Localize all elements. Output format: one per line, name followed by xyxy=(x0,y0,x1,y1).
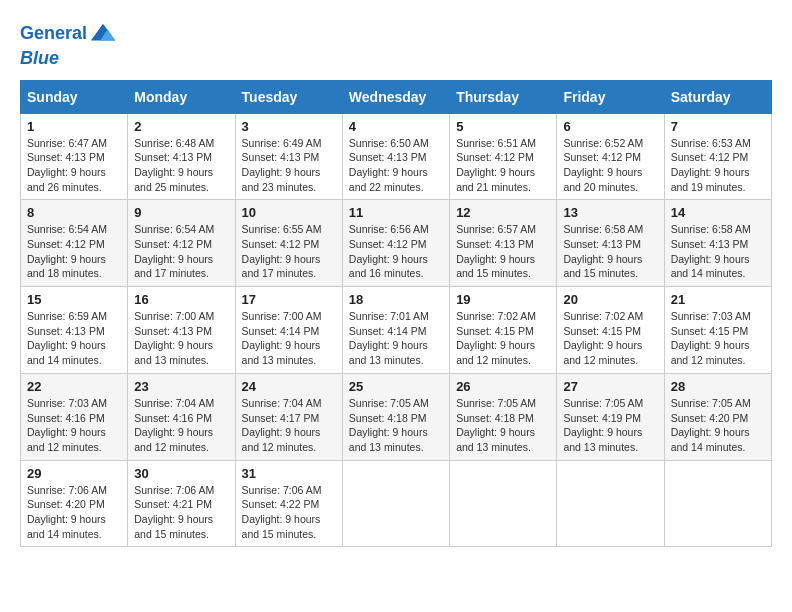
day-info: Sunrise: 7:00 AMSunset: 4:14 PMDaylight:… xyxy=(242,309,336,368)
day-number: 25 xyxy=(349,379,443,394)
day-cell-20: 20Sunrise: 7:02 AMSunset: 4:15 PMDayligh… xyxy=(557,287,664,374)
day-info: Sunrise: 7:06 AMSunset: 4:21 PMDaylight:… xyxy=(134,483,228,542)
day-number: 27 xyxy=(563,379,657,394)
day-info: Sunrise: 7:06 AMSunset: 4:20 PMDaylight:… xyxy=(27,483,121,542)
day-info: Sunrise: 6:49 AMSunset: 4:13 PMDaylight:… xyxy=(242,136,336,195)
day-cell-13: 13Sunrise: 6:58 AMSunset: 4:13 PMDayligh… xyxy=(557,200,664,287)
day-number: 21 xyxy=(671,292,765,307)
day-number: 22 xyxy=(27,379,121,394)
weekday-header-friday: Friday xyxy=(557,80,664,113)
day-info: Sunrise: 6:48 AMSunset: 4:13 PMDaylight:… xyxy=(134,136,228,195)
day-info: Sunrise: 7:04 AMSunset: 4:17 PMDaylight:… xyxy=(242,396,336,455)
day-cell-23: 23Sunrise: 7:04 AMSunset: 4:16 PMDayligh… xyxy=(128,373,235,460)
day-cell-21: 21Sunrise: 7:03 AMSunset: 4:15 PMDayligh… xyxy=(664,287,771,374)
day-info: Sunrise: 7:03 AMSunset: 4:16 PMDaylight:… xyxy=(27,396,121,455)
day-info: Sunrise: 7:03 AMSunset: 4:15 PMDaylight:… xyxy=(671,309,765,368)
day-number: 13 xyxy=(563,205,657,220)
day-cell-9: 9Sunrise: 6:54 AMSunset: 4:12 PMDaylight… xyxy=(128,200,235,287)
day-number: 18 xyxy=(349,292,443,307)
day-number: 8 xyxy=(27,205,121,220)
empty-cell xyxy=(557,460,664,547)
day-cell-8: 8Sunrise: 6:54 AMSunset: 4:12 PMDaylight… xyxy=(21,200,128,287)
day-info: Sunrise: 7:05 AMSunset: 4:18 PMDaylight:… xyxy=(349,396,443,455)
day-cell-22: 22Sunrise: 7:03 AMSunset: 4:16 PMDayligh… xyxy=(21,373,128,460)
day-number: 3 xyxy=(242,119,336,134)
day-cell-3: 3Sunrise: 6:49 AMSunset: 4:13 PMDaylight… xyxy=(235,113,342,200)
day-number: 2 xyxy=(134,119,228,134)
empty-cell xyxy=(342,460,449,547)
empty-cell xyxy=(450,460,557,547)
day-cell-27: 27Sunrise: 7:05 AMSunset: 4:19 PMDayligh… xyxy=(557,373,664,460)
day-number: 19 xyxy=(456,292,550,307)
day-number: 24 xyxy=(242,379,336,394)
day-info: Sunrise: 7:02 AMSunset: 4:15 PMDaylight:… xyxy=(456,309,550,368)
logo-text: General xyxy=(20,23,87,45)
day-cell-15: 15Sunrise: 6:59 AMSunset: 4:13 PMDayligh… xyxy=(21,287,128,374)
day-info: Sunrise: 6:56 AMSunset: 4:12 PMDaylight:… xyxy=(349,222,443,281)
day-number: 31 xyxy=(242,466,336,481)
day-number: 20 xyxy=(563,292,657,307)
day-info: Sunrise: 7:00 AMSunset: 4:13 PMDaylight:… xyxy=(134,309,228,368)
day-cell-17: 17Sunrise: 7:00 AMSunset: 4:14 PMDayligh… xyxy=(235,287,342,374)
calendar-table: SundayMondayTuesdayWednesdayThursdayFrid… xyxy=(20,80,772,548)
day-info: Sunrise: 7:05 AMSunset: 4:18 PMDaylight:… xyxy=(456,396,550,455)
day-cell-24: 24Sunrise: 7:04 AMSunset: 4:17 PMDayligh… xyxy=(235,373,342,460)
day-number: 12 xyxy=(456,205,550,220)
weekday-header-saturday: Saturday xyxy=(664,80,771,113)
weekday-header-tuesday: Tuesday xyxy=(235,80,342,113)
day-info: Sunrise: 6:51 AMSunset: 4:12 PMDaylight:… xyxy=(456,136,550,195)
day-info: Sunrise: 6:55 AMSunset: 4:12 PMDaylight:… xyxy=(242,222,336,281)
day-number: 1 xyxy=(27,119,121,134)
day-number: 14 xyxy=(671,205,765,220)
logo-icon xyxy=(89,20,117,48)
day-cell-31: 31Sunrise: 7:06 AMSunset: 4:22 PMDayligh… xyxy=(235,460,342,547)
day-number: 11 xyxy=(349,205,443,220)
day-number: 17 xyxy=(242,292,336,307)
day-cell-18: 18Sunrise: 7:01 AMSunset: 4:14 PMDayligh… xyxy=(342,287,449,374)
day-number: 15 xyxy=(27,292,121,307)
logo: General Blue xyxy=(20,20,117,70)
day-cell-7: 7Sunrise: 6:53 AMSunset: 4:12 PMDaylight… xyxy=(664,113,771,200)
day-cell-29: 29Sunrise: 7:06 AMSunset: 4:20 PMDayligh… xyxy=(21,460,128,547)
page-header: General Blue xyxy=(20,20,772,70)
day-cell-4: 4Sunrise: 6:50 AMSunset: 4:13 PMDaylight… xyxy=(342,113,449,200)
day-cell-10: 10Sunrise: 6:55 AMSunset: 4:12 PMDayligh… xyxy=(235,200,342,287)
day-cell-11: 11Sunrise: 6:56 AMSunset: 4:12 PMDayligh… xyxy=(342,200,449,287)
day-info: Sunrise: 6:58 AMSunset: 4:13 PMDaylight:… xyxy=(671,222,765,281)
weekday-header-thursday: Thursday xyxy=(450,80,557,113)
day-cell-14: 14Sunrise: 6:58 AMSunset: 4:13 PMDayligh… xyxy=(664,200,771,287)
day-number: 10 xyxy=(242,205,336,220)
day-number: 29 xyxy=(27,466,121,481)
day-info: Sunrise: 7:05 AMSunset: 4:20 PMDaylight:… xyxy=(671,396,765,455)
day-info: Sunrise: 7:04 AMSunset: 4:16 PMDaylight:… xyxy=(134,396,228,455)
day-cell-25: 25Sunrise: 7:05 AMSunset: 4:18 PMDayligh… xyxy=(342,373,449,460)
day-info: Sunrise: 6:52 AMSunset: 4:12 PMDaylight:… xyxy=(563,136,657,195)
day-info: Sunrise: 6:54 AMSunset: 4:12 PMDaylight:… xyxy=(134,222,228,281)
logo-blue-text: Blue xyxy=(20,48,117,70)
day-info: Sunrise: 6:57 AMSunset: 4:13 PMDaylight:… xyxy=(456,222,550,281)
day-info: Sunrise: 6:59 AMSunset: 4:13 PMDaylight:… xyxy=(27,309,121,368)
day-cell-2: 2Sunrise: 6:48 AMSunset: 4:13 PMDaylight… xyxy=(128,113,235,200)
day-info: Sunrise: 6:50 AMSunset: 4:13 PMDaylight:… xyxy=(349,136,443,195)
empty-cell xyxy=(664,460,771,547)
day-info: Sunrise: 7:05 AMSunset: 4:19 PMDaylight:… xyxy=(563,396,657,455)
weekday-header-sunday: Sunday xyxy=(21,80,128,113)
day-info: Sunrise: 6:58 AMSunset: 4:13 PMDaylight:… xyxy=(563,222,657,281)
day-cell-26: 26Sunrise: 7:05 AMSunset: 4:18 PMDayligh… xyxy=(450,373,557,460)
day-number: 6 xyxy=(563,119,657,134)
day-info: Sunrise: 6:47 AMSunset: 4:13 PMDaylight:… xyxy=(27,136,121,195)
day-info: Sunrise: 7:02 AMSunset: 4:15 PMDaylight:… xyxy=(563,309,657,368)
weekday-header-monday: Monday xyxy=(128,80,235,113)
day-cell-1: 1Sunrise: 6:47 AMSunset: 4:13 PMDaylight… xyxy=(21,113,128,200)
day-cell-28: 28Sunrise: 7:05 AMSunset: 4:20 PMDayligh… xyxy=(664,373,771,460)
day-number: 4 xyxy=(349,119,443,134)
day-number: 7 xyxy=(671,119,765,134)
day-number: 16 xyxy=(134,292,228,307)
day-number: 28 xyxy=(671,379,765,394)
day-cell-6: 6Sunrise: 6:52 AMSunset: 4:12 PMDaylight… xyxy=(557,113,664,200)
day-cell-19: 19Sunrise: 7:02 AMSunset: 4:15 PMDayligh… xyxy=(450,287,557,374)
day-info: Sunrise: 7:01 AMSunset: 4:14 PMDaylight:… xyxy=(349,309,443,368)
day-number: 26 xyxy=(456,379,550,394)
day-info: Sunrise: 6:53 AMSunset: 4:12 PMDaylight:… xyxy=(671,136,765,195)
day-number: 5 xyxy=(456,119,550,134)
